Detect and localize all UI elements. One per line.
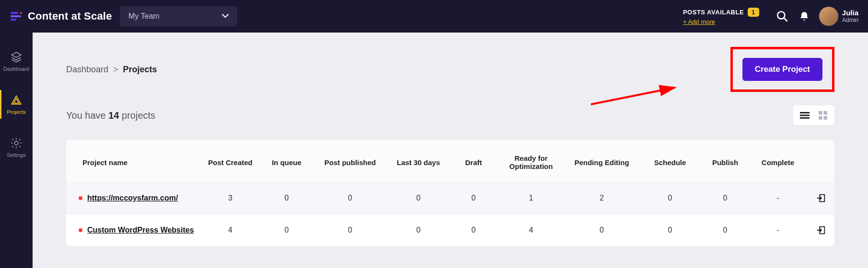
projects-table: Project name Post Created In queue Post …: [66, 140, 834, 246]
view-grid-button[interactable]: [814, 108, 832, 123]
logo-icon: [10, 10, 23, 23]
col-draft: Draft: [450, 158, 498, 167]
brand-logo[interactable]: Content at Scale: [10, 10, 120, 23]
svg-point-3: [20, 12, 22, 14]
team-selector[interactable]: My Team: [120, 6, 237, 26]
posts-available-label: POSTS AVAILABLE: [683, 9, 744, 16]
project-link[interactable]: Custom WordPress Websites: [87, 226, 194, 234]
triangle-icon: [10, 94, 23, 106]
add-more-link[interactable]: + Add more: [683, 18, 715, 25]
svg-rect-8: [800, 112, 810, 113]
enter-icon: [816, 193, 826, 203]
create-project-highlight: Create Project: [730, 47, 834, 92]
svg-rect-13: [819, 116, 822, 120]
svg-rect-12: [824, 111, 828, 115]
user-role: Admin: [842, 17, 858, 23]
svg-line-5: [784, 18, 787, 21]
col-ready: Ready for Optimization: [498, 154, 565, 170]
notifications-button[interactable]: [796, 8, 812, 24]
col-schedule: Schedule: [639, 158, 701, 167]
svg-line-7: [591, 88, 675, 104]
project-count: You have 14 projects: [66, 110, 155, 121]
grid-icon: [819, 111, 827, 120]
svg-rect-1: [11, 15, 21, 17]
sidebar: Dashboard Projects Settings: [0, 33, 33, 268]
col-post-published: Post published: [313, 158, 387, 167]
col-in-queue: In queue: [260, 158, 313, 167]
svg-rect-10: [800, 117, 810, 119]
breadcrumb-sep: >: [113, 65, 118, 75]
svg-point-6: [14, 141, 18, 145]
chevron-down-icon: [222, 13, 229, 20]
gear-icon: [10, 137, 23, 149]
enter-icon: [816, 225, 826, 235]
search-button[interactable]: [774, 8, 790, 24]
table-row[interactable]: https://mccoysfarm.com/ 3 0 0 0 0 1 2 0 …: [66, 182, 834, 214]
main-content: Dashboard > Projects Create Project You …: [33, 33, 868, 268]
sidebar-item-settings[interactable]: Settings: [0, 133, 33, 162]
team-selected-label: My Team: [128, 12, 160, 21]
sidebar-item-projects[interactable]: Projects: [0, 90, 33, 119]
table-header: Project name Post Created In queue Post …: [66, 140, 834, 182]
search-icon: [776, 10, 788, 22]
posts-available-badge: 1: [748, 8, 759, 17]
col-pending: Pending Editing: [565, 158, 639, 167]
svg-rect-0: [11, 12, 18, 14]
svg-rect-9: [800, 115, 810, 116]
open-project-button[interactable]: [807, 225, 834, 235]
col-complete: Complete: [749, 158, 807, 167]
view-list-button[interactable]: [796, 108, 813, 123]
col-publish: Publish: [701, 158, 749, 167]
layers-icon: [10, 51, 23, 63]
list-icon: [800, 112, 810, 119]
user-name: Julia: [842, 9, 858, 17]
svg-rect-11: [819, 111, 822, 115]
brand-name: Content at Scale: [28, 10, 112, 22]
status-dot-icon: [79, 196, 82, 200]
status-dot-icon: [79, 228, 82, 232]
open-project-button[interactable]: [807, 193, 834, 203]
breadcrumb: Dashboard > Projects: [66, 65, 157, 75]
col-last-30: Last 30 days: [387, 158, 450, 167]
user-menu[interactable]: Julia Admin: [819, 7, 858, 26]
bell-icon: [799, 11, 810, 22]
create-project-button[interactable]: Create Project: [742, 58, 822, 81]
posts-available: POSTS AVAILABLE 1 + Add more: [683, 8, 759, 25]
col-post-created: Post Created: [200, 158, 260, 167]
table-row[interactable]: Custom WordPress Websites 4 0 0 0 0 4 0 …: [66, 214, 834, 246]
avatar: [819, 7, 838, 26]
sidebar-item-dashboard[interactable]: Dashboard: [0, 47, 33, 76]
annotation-arrow-icon: [589, 78, 684, 112]
project-link[interactable]: https://mccoysfarm.com/: [87, 194, 178, 202]
breadcrumb-current: Projects: [123, 65, 157, 75]
top-bar: Content at Scale My Team POSTS AVAILABLE…: [0, 0, 868, 33]
svg-rect-2: [11, 19, 16, 21]
svg-rect-14: [824, 116, 828, 120]
col-project-name: Project name: [76, 158, 200, 167]
view-toggle: [793, 105, 834, 125]
breadcrumb-parent[interactable]: Dashboard: [66, 65, 108, 75]
